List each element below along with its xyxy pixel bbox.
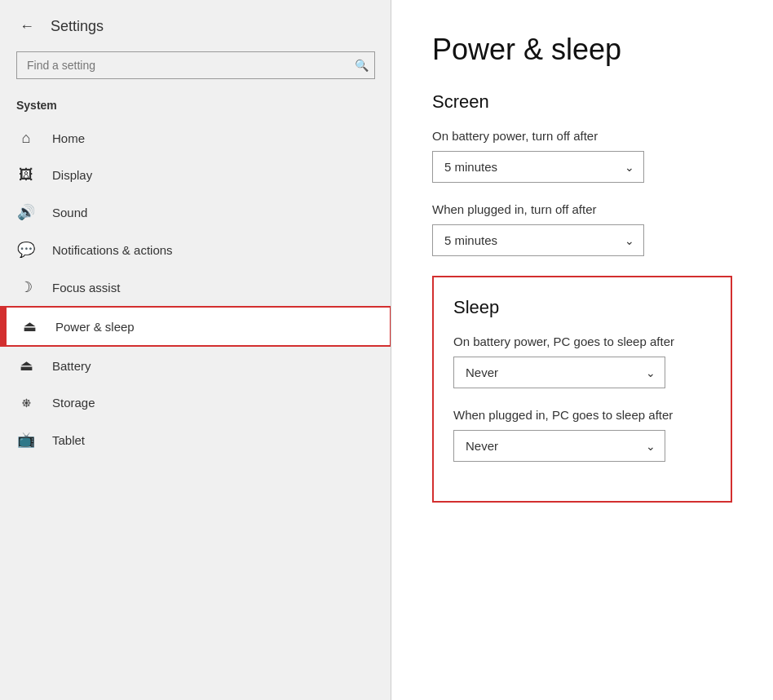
screen-plugged-label: When plugged in, turn off after: [432, 202, 732, 216]
sidebar-item-storage-label: Storage: [52, 396, 95, 410]
sleep-section-title: Sleep: [453, 297, 711, 318]
screen-battery-dropdown-wrapper: 1 minute 2 minutes 3 minutes 5 minutes 1…: [432, 151, 644, 183]
sound-icon: 🔊: [16, 203, 36, 221]
tablet-icon: 📺: [16, 431, 36, 449]
sidebar-divider: [391, 0, 391, 700]
screen-battery-dropdown[interactable]: 1 minute 2 minutes 3 minutes 5 minutes 1…: [432, 151, 644, 183]
storage-icon: ⎈: [16, 394, 36, 411]
sidebar-item-storage[interactable]: ⎈ Storage: [0, 384, 391, 421]
display-icon: 🖼: [16, 166, 36, 184]
search-input[interactable]: [16, 51, 375, 79]
sidebar-item-notifications-label: Notifications & actions: [52, 243, 173, 257]
sidebar-item-power-sleep-label: Power & sleep: [55, 320, 135, 334]
sidebar-header: ← Settings: [0, 0, 391, 51]
sidebar-item-focus-assist[interactable]: ☽ Focus assist: [0, 268, 391, 306]
sidebar-item-sound-label: Sound: [52, 206, 87, 219]
power-sleep-icon: ⏏: [20, 317, 39, 335]
notifications-icon: 💬: [16, 241, 36, 259]
main-content: Power & sleep Screen On battery power, t…: [391, 0, 773, 700]
page-title: Power & sleep: [432, 33, 732, 67]
screen-section-title: Screen: [432, 91, 732, 113]
sleep-plugged-dropdown[interactable]: 1 minute 2 minutes 3 minutes 5 minutes 1…: [453, 430, 665, 462]
back-button[interactable]: ←: [16, 15, 38, 38]
screen-plugged-dropdown-wrapper: 1 minute 2 minutes 3 minutes 5 minutes 1…: [432, 224, 644, 256]
sleep-battery-dropdown[interactable]: 1 minute 2 minutes 3 minutes 5 minutes 1…: [453, 357, 665, 388]
sidebar-item-tablet-label: Tablet: [52, 433, 85, 447]
sidebar: ← Settings 🔍 System ⌂ Home 🖼 Display 🔊 S…: [0, 0, 391, 700]
sidebar-item-notifications[interactable]: 💬 Notifications & actions: [0, 231, 391, 268]
sidebar-item-display-label: Display: [52, 168, 92, 182]
sidebar-item-sound[interactable]: 🔊 Sound: [0, 193, 391, 231]
sidebar-item-home-label: Home: [52, 131, 85, 145]
search-icon[interactable]: 🔍: [355, 59, 369, 72]
sidebar-item-focus-assist-label: Focus assist: [52, 281, 120, 295]
search-box: 🔍: [16, 51, 375, 79]
sleep-plugged-dropdown-wrapper: 1 minute 2 minutes 3 minutes 5 minutes 1…: [453, 430, 665, 462]
sleep-plugged-label: When plugged in, PC goes to sleep after: [453, 408, 711, 422]
screen-plugged-dropdown[interactable]: 1 minute 2 minutes 3 minutes 5 minutes 1…: [432, 224, 644, 256]
sidebar-item-tablet[interactable]: 📺 Tablet: [0, 421, 391, 459]
battery-icon: ⏏: [16, 357, 36, 374]
sidebar-item-power-sleep[interactable]: ⏏ Power & sleep: [0, 306, 391, 347]
sidebar-title: Settings: [51, 18, 104, 35]
screen-section: Screen On battery power, turn off after …: [432, 91, 732, 256]
sleep-section: Sleep On battery power, PC goes to sleep…: [432, 276, 732, 503]
sidebar-item-battery-label: Battery: [52, 359, 91, 373]
system-label: System: [0, 95, 391, 120]
home-icon: ⌂: [16, 130, 36, 147]
focus-assist-icon: ☽: [16, 278, 36, 296]
sidebar-item-display[interactable]: 🖼 Display: [0, 157, 391, 193]
sidebar-item-battery[interactable]: ⏏ Battery: [0, 347, 391, 384]
screen-battery-label: On battery power, turn off after: [432, 129, 732, 143]
sidebar-item-home[interactable]: ⌂ Home: [0, 120, 391, 157]
nav-items: ⌂ Home 🖼 Display 🔊 Sound 💬 Notifications…: [0, 120, 391, 459]
sleep-battery-label: On battery power, PC goes to sleep after: [453, 334, 711, 348]
sleep-battery-dropdown-wrapper: 1 minute 2 minutes 3 minutes 5 minutes 1…: [453, 357, 665, 388]
